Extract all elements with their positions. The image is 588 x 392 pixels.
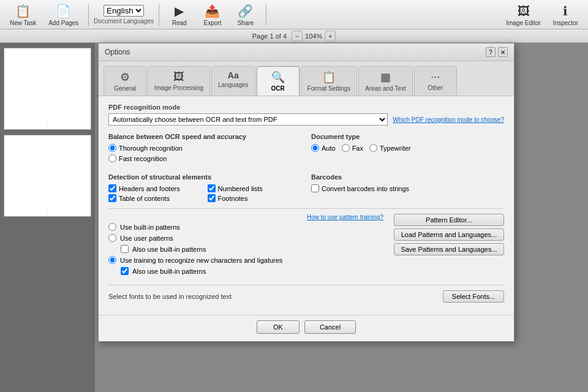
fax-option[interactable]: Fax xyxy=(342,144,363,152)
tab-ocr[interactable]: 🔍 OCR xyxy=(257,66,300,96)
thorough-recognition-option[interactable]: Thorough recognition xyxy=(108,144,301,152)
format-settings-icon: 📋 xyxy=(322,70,336,84)
image-editor-button[interactable]: 🖼 Image Editor xyxy=(501,1,546,28)
convert-barcodes-option[interactable]: Convert barcodes into strings xyxy=(311,184,504,192)
page-info: Page 1 of 4 xyxy=(252,32,287,40)
add-pages-button[interactable]: 📄 Add Pages xyxy=(43,1,83,28)
dialog-close-button[interactable]: ✕ xyxy=(498,47,508,57)
detection-checkboxes: Headers and footers Numbered lists Table… xyxy=(108,184,301,202)
pattern-buttons-col: Pattern Editor... Load Patterns and Lang… xyxy=(391,214,504,280)
tab-image-processing[interactable]: 🖼 Image Processing xyxy=(148,66,210,96)
general-icon: ⚙ xyxy=(120,70,130,84)
also-built-in-2-checkbox[interactable] xyxy=(121,267,129,275)
table-of-contents-checkbox[interactable] xyxy=(108,194,116,202)
auto-radio[interactable] xyxy=(311,144,319,152)
footnotes-option[interactable]: Footnotes xyxy=(208,194,302,202)
options-dialog: Options ? ✕ ⚙ General 🖼 Image Processing… xyxy=(98,43,514,342)
numbered-lists-label: Numbered lists xyxy=(218,185,263,192)
inspector-button[interactable]: ℹ Inspector xyxy=(548,1,583,28)
pdf-recognition-dropdown[interactable]: Automatically choose between OCR and tex… xyxy=(108,113,388,126)
fax-radio[interactable] xyxy=(342,144,350,152)
typewriter-option[interactable]: Typewriter xyxy=(369,144,411,152)
divider-2 xyxy=(108,285,504,285)
also-built-in-1-option[interactable]: Also use built-in patterns xyxy=(108,245,383,253)
pattern-options: How to use pattern training? Use built-i… xyxy=(108,214,383,280)
training-option[interactable]: Use training to recognize new characters… xyxy=(108,256,383,264)
pattern-radio-group: Use built-in patterns Use user patterns … xyxy=(108,223,383,275)
divider-1 xyxy=(108,208,504,209)
user-patterns-radio[interactable] xyxy=(108,234,116,242)
training-radio[interactable] xyxy=(108,256,116,264)
dialog-footer: OK Cancel xyxy=(99,315,514,341)
thorough-recognition-radio[interactable] xyxy=(108,144,116,152)
thumb-image-2 xyxy=(7,138,88,205)
auto-label: Auto xyxy=(322,145,336,152)
footnotes-label: Footnotes xyxy=(218,195,248,202)
tab-format-settings[interactable]: 📋 Format Settings xyxy=(301,66,358,96)
built-in-radio[interactable] xyxy=(108,223,116,231)
load-patterns-button[interactable]: Load Patterns and Languages... xyxy=(394,228,504,241)
read-button[interactable]: ▶ Read xyxy=(164,1,195,28)
zoom-level: 104% xyxy=(305,32,322,40)
image-editor-icon: 🖼 xyxy=(515,2,532,20)
detection-barcodes-row: Detection of structural elements Headers… xyxy=(108,173,504,202)
pdf-recognition-link[interactable]: Which PDF recognition mode to choose? xyxy=(393,116,504,123)
also-built-in-2-option[interactable]: Also use built-in patterns xyxy=(108,267,383,275)
zoom-controls: − 104% + xyxy=(292,31,336,42)
areas-and-text-icon: ▦ xyxy=(380,70,391,84)
fast-recognition-radio[interactable] xyxy=(108,154,116,162)
built-in-option[interactable]: Use built-in patterns xyxy=(108,223,383,231)
language-select[interactable]: English xyxy=(104,5,144,17)
export-button[interactable]: 📤 Export xyxy=(197,1,228,28)
share-button[interactable]: 🔗 Share xyxy=(230,1,261,28)
headers-footers-option[interactable]: Headers and footers xyxy=(108,184,203,192)
fonts-section: Select fonts to be used in recognized te… xyxy=(108,290,504,303)
tab-languages[interactable]: Aa Languages xyxy=(211,66,255,96)
save-patterns-button[interactable]: Save Patterns and Languages... xyxy=(394,243,504,255)
convert-barcodes-checkbox[interactable] xyxy=(311,184,319,192)
balance-label: Balance between OCR speed and accuracy xyxy=(108,133,301,140)
table-of-contents-option[interactable]: Table of contents xyxy=(108,194,203,202)
user-patterns-option[interactable]: Use user patterns xyxy=(108,234,383,242)
select-fonts-button[interactable]: Select Fonts... xyxy=(443,290,504,303)
thumb-image-1 xyxy=(7,51,88,118)
pattern-editor-button[interactable]: Pattern Editor... xyxy=(394,214,504,226)
also-built-in-1-label: Also use built-in patterns xyxy=(132,246,206,253)
document-type-radio-group: Auto Fax Typewriter xyxy=(311,144,504,152)
fonts-label: Select fonts to be used in recognized te… xyxy=(108,293,232,300)
balance-radio-group: Thorough recognition Fast recognition xyxy=(108,144,301,162)
zoom-out-button[interactable]: − xyxy=(292,31,303,42)
ok-button[interactable]: OK xyxy=(257,320,300,334)
tab-general[interactable]: ⚙ General xyxy=(104,66,146,96)
toolbar-separator xyxy=(88,4,89,26)
auto-option[interactable]: Auto xyxy=(311,144,336,152)
toolbar: 📋 New Task 📄 Add Pages English Document … xyxy=(0,0,588,29)
page-thumbnail-1[interactable]: 1 xyxy=(4,48,91,130)
dialog-titlebar: Options ? ✕ xyxy=(99,43,514,61)
numbered-lists-checkbox[interactable] xyxy=(208,184,216,192)
new-task-button[interactable]: 📋 New Task xyxy=(5,1,41,28)
language-selector-wrapper: English Document Languages xyxy=(94,5,154,24)
dialog-controls: ? ✕ xyxy=(486,47,508,57)
detection-col: Detection of structural elements Headers… xyxy=(108,173,301,202)
tab-areas-and-text-label: Areas and Text xyxy=(365,85,406,92)
balance-doctype-row: Balance between OCR speed and accuracy T… xyxy=(108,133,504,167)
dialog-body: PDF recognition mode Automatically choos… xyxy=(99,96,514,315)
dialog-question-button[interactable]: ? xyxy=(486,47,496,57)
pattern-how-link[interactable]: How to use pattern training? xyxy=(307,214,383,221)
cancel-button[interactable]: Cancel xyxy=(304,320,356,334)
headers-footers-checkbox[interactable] xyxy=(108,184,116,192)
page-thumbnail-2[interactable]: 2 xyxy=(4,135,91,217)
fast-recognition-option[interactable]: Fast recognition xyxy=(108,154,301,162)
detection-label: Detection of structural elements xyxy=(108,173,301,181)
typewriter-radio[interactable] xyxy=(369,144,377,152)
tab-ocr-label: OCR xyxy=(271,85,284,92)
barcodes-col: Barcodes Convert barcodes into strings xyxy=(311,173,504,202)
tab-other[interactable]: ··· Other xyxy=(414,66,457,96)
zoom-in-button[interactable]: + xyxy=(325,31,336,42)
also-built-in-1-checkbox[interactable] xyxy=(121,245,129,253)
new-task-icon: 📋 xyxy=(15,2,32,20)
footnotes-checkbox[interactable] xyxy=(208,194,216,202)
numbered-lists-option[interactable]: Numbered lists xyxy=(208,184,302,192)
tab-areas-and-text[interactable]: ▦ Areas and Text xyxy=(358,66,413,96)
